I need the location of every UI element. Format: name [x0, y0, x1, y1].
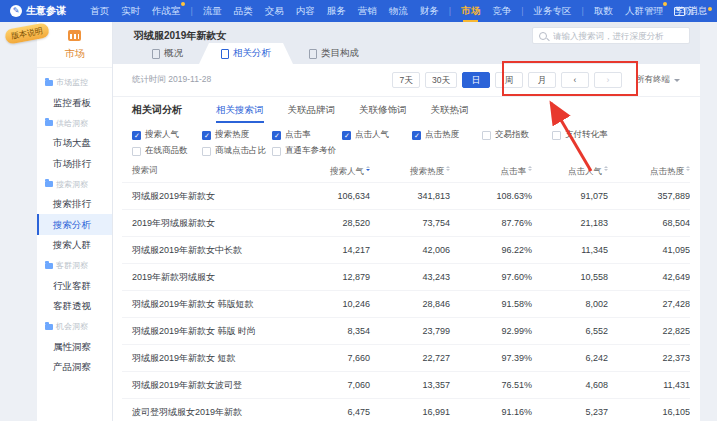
column-header-点击热度[interactable]: 点击热度	[612, 160, 690, 183]
column-header-搜索词[interactable]: 搜索词	[122, 160, 304, 183]
toolbar-right: 7天30天日周月‹› 所有终端	[387, 72, 680, 89]
sidebar-item-行业客群[interactable]: 行业客群	[37, 275, 112, 296]
sidebar-item-市场排行[interactable]: 市场排行	[37, 153, 112, 174]
checkbox-在线商品数[interactable]	[132, 147, 141, 156]
cell-value: 8,002	[536, 291, 612, 318]
sort-icon-点击人气[interactable]	[604, 164, 608, 173]
checkbox-搜索热度[interactable]	[202, 131, 211, 140]
range-button-7天[interactable]: 7天	[392, 72, 420, 89]
terminal-filter-dropdown[interactable]: 所有终端	[636, 74, 680, 86]
sort-icon-搜索热度[interactable]	[446, 164, 450, 173]
messages-button[interactable]: 消息	[674, 5, 707, 18]
sidebar-item-市场大盘[interactable]: 市场大盘	[37, 133, 112, 154]
cell-value: 22,825	[612, 318, 690, 345]
checkbox-支付转化率[interactable]	[552, 131, 561, 140]
sidebar-item-产品洞察[interactable]: 产品洞察	[37, 357, 112, 378]
sidebar-item-搜索人群[interactable]: 搜索人群	[37, 235, 112, 256]
cell-value: 22,727	[374, 345, 454, 372]
metric-label: 点击人气	[355, 129, 389, 141]
sort-icon-点击热度[interactable]	[686, 164, 690, 173]
range-button-日[interactable]: 日	[462, 72, 490, 89]
metric-点击热度[interactable]: 点击热度	[412, 129, 482, 141]
subtab-相关搜索词[interactable]: 相关搜索词	[216, 98, 264, 123]
checkbox-点击热度[interactable]	[412, 131, 421, 140]
nav-item-作战室[interactable]: 作战室	[152, 0, 181, 22]
range-button-30天[interactable]: 30天	[425, 72, 457, 89]
metric-支付转化率[interactable]: 支付转化率	[552, 129, 622, 141]
message-icon	[674, 7, 685, 16]
sidebar-item-客群透视[interactable]: 客群透视	[37, 296, 112, 317]
subtab-关联修饰词[interactable]: 关联修饰词	[359, 98, 407, 123]
column-header-点击率[interactable]: 点击率	[454, 160, 536, 183]
metric-搜索热度[interactable]: 搜索热度	[202, 129, 272, 141]
nav-item-业务专区[interactable]: 业务专区	[534, 0, 572, 22]
tab-类目构成[interactable]: 类目构成	[293, 43, 375, 64]
tab-label: 相关分析	[233, 47, 271, 60]
metric-点击率[interactable]: 点击率	[272, 129, 342, 141]
nav-item-服务[interactable]: 服务	[327, 0, 346, 22]
nav-item-首页[interactable]: 首页	[90, 0, 109, 22]
column-header-搜索热度[interactable]: 搜索热度	[374, 160, 454, 183]
sidebar-item-属性洞察[interactable]: 属性洞察	[37, 336, 112, 357]
checkbox-商城点击占比[interactable]	[202, 147, 211, 156]
page: ✎ 生意参谋 首页实时作战室|流量品类交易内容服务营销物流财务|市场竞争|业务专…	[0, 0, 717, 421]
search-input[interactable]	[551, 30, 683, 42]
metric-点击人气[interactable]: 点击人气	[342, 129, 412, 141]
cell-search-term: 波司登羽绒服女2019年新款	[122, 399, 304, 421]
metric-label: 支付转化率	[565, 129, 608, 141]
cell-value: 42,006	[374, 237, 454, 264]
nav-item-市场[interactable]: 市场	[461, 0, 480, 22]
nav-item-品类[interactable]: 品类	[234, 0, 253, 22]
cell-value: 106,634	[304, 183, 374, 210]
results-table-wrap: 搜索词搜索人气搜索热度点击率点击人气点击热度操作 羽绒服2019年新款女106,…	[122, 160, 690, 421]
column-header-点击人气[interactable]: 点击人气	[536, 160, 612, 183]
metric-row: 搜索人气搜索热度点击率点击人气点击热度交易指数支付转化率	[132, 129, 680, 141]
column-header-搜索人气[interactable]: 搜索人气	[304, 160, 374, 183]
nav-item-物流[interactable]: 物流	[389, 0, 408, 22]
nav-item-人群管理[interactable]: 人群管理	[625, 0, 663, 22]
sidebar-item-搜索排行[interactable]: 搜索排行	[37, 194, 112, 215]
metric-label: 点击率	[285, 129, 311, 141]
nav-item-交易[interactable]: 交易	[265, 0, 284, 22]
sort-icon-点击率[interactable]	[528, 164, 532, 173]
cell-value: 91,075	[536, 183, 612, 210]
sort-icon-搜索人气[interactable]	[366, 164, 370, 173]
nav-item-流量[interactable]: 流量	[203, 0, 222, 22]
checkbox-搜索人气[interactable]	[132, 131, 141, 140]
subtab-关联品牌词[interactable]: 关联品牌词	[288, 98, 336, 123]
cell-value: 6,475	[304, 399, 374, 421]
range-buttons: 7天30天日周月‹›	[387, 72, 622, 89]
metric-直通车参考价[interactable]: 直通车参考价	[272, 145, 342, 157]
range-button-周[interactable]: 周	[495, 72, 523, 89]
metric-搜索人气[interactable]: 搜索人气	[132, 129, 202, 141]
metric-label: 搜索人气	[145, 129, 179, 141]
nav-item-财务[interactable]: 财务	[420, 0, 439, 22]
checkbox-点击率[interactable]	[272, 131, 281, 140]
nav-item-内容[interactable]: 内容	[296, 0, 315, 22]
brand[interactable]: ✎ 生意参谋	[10, 4, 66, 18]
nav-item-营销[interactable]: 营销	[358, 0, 377, 22]
subtab-关联热词[interactable]: 关联热词	[431, 98, 469, 123]
tab-相关分析[interactable]: 相关分析	[199, 43, 293, 64]
sycm-logo-icon: ✎	[10, 5, 22, 17]
range-button-‹[interactable]: ‹	[561, 72, 589, 89]
nav-item-实时[interactable]: 实时	[121, 0, 140, 22]
checkbox-点击人气[interactable]	[342, 131, 351, 140]
metric-交易指数[interactable]: 交易指数	[482, 129, 552, 141]
range-button-月[interactable]: 月	[528, 72, 556, 89]
metric-商城点击占比[interactable]: 商城点击占比	[202, 145, 272, 157]
metric-在线商品数[interactable]: 在线商品数	[132, 145, 202, 157]
metric-label: 直通车参考价	[285, 145, 336, 157]
nav-item-竞争[interactable]: 竞争	[492, 0, 511, 22]
document-icon	[309, 49, 317, 59]
checkbox-交易指数[interactable]	[482, 131, 491, 140]
nav-item-取数[interactable]: 取数	[594, 0, 613, 22]
tab-概况[interactable]: 概况	[136, 43, 199, 64]
cell-value: 16,105	[612, 399, 690, 421]
content-card: 统计时间 2019-11-28 7天30天日周月‹› 所有终端 相关词分析 相关…	[112, 64, 700, 421]
cell-search-term: 羽绒服2019年新款女	[122, 183, 304, 210]
checkbox-直通车参考价[interactable]	[272, 147, 281, 156]
sidebar-item-搜索分析[interactable]: 搜索分析	[37, 214, 112, 235]
cell-value: 10,558	[536, 264, 612, 291]
sidebar-item-监控看板[interactable]: 监控看板	[37, 92, 112, 113]
